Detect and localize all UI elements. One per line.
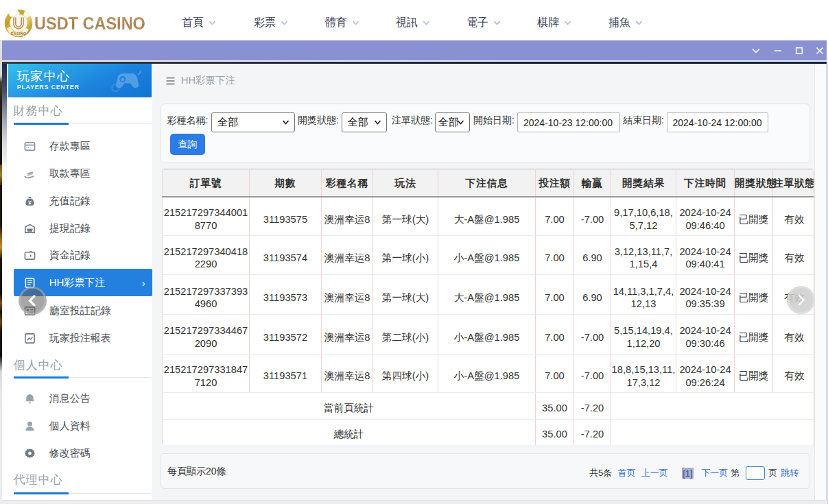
svg-text:CASINO: CASINO: [11, 32, 27, 36]
